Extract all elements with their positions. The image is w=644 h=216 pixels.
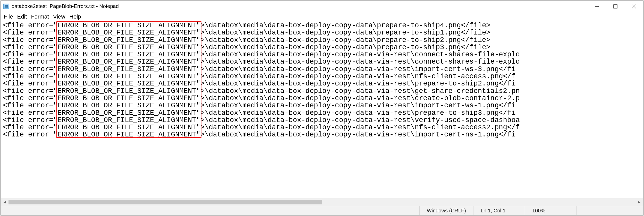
error-code: ERROR_BLOB_OR_FILE_SIZE_ALIGNMENT" [57,44,200,51]
notepad-icon [3,4,9,9]
line-path: >\databox\media\data-box-deploy-copy-dat… [200,21,490,29]
error-code: ERROR_BLOB_OR_FILE_SIZE_ALIGNMENT" [57,131,200,138]
maximize-icon [613,4,618,9]
text-line: <file error="ERROR_BLOB_OR_FILE_SIZE_ALI… [3,66,643,73]
error-code: ERROR_BLOB_OR_FILE_SIZE_ALIGNMENT" [57,51,200,58]
line-path: >\databox\media\data-box-deploy-copy-dat… [200,109,516,117]
close-button[interactable] [625,1,643,12]
window-title: databoxe2etest_PageBlob-Errors.txt - Not… [12,3,119,9]
line-path: >\databox\media\data-box-deploy-copy-dat… [200,123,520,131]
line-prefix: <file error=" [3,29,57,37]
minimize-button[interactable] [588,1,606,12]
line-path: >\databox\media\data-box-deploy-copy-dat… [200,29,490,37]
line-path: >\databox\media\data-box-deploy-copy-dat… [200,43,490,51]
line-prefix: <file error=" [3,116,57,124]
text-line: <file error="ERROR_BLOB_OR_FILE_SIZE_ALI… [3,80,643,87]
notepad-window: databoxe2etest_PageBlob-Errors.txt - Not… [1,1,643,215]
line-prefix: <file error=" [3,94,57,102]
scroll-left-arrow-icon[interactable]: ◄ [1,198,9,206]
error-code: ERROR_BLOB_OR_FILE_SIZE_ALIGNMENT" [57,73,200,80]
error-code: ERROR_BLOB_OR_FILE_SIZE_ALIGNMENT" [57,124,200,131]
line-path: >\databox\media\data-box-deploy-copy-dat… [200,101,516,109]
line-prefix: <file error=" [3,65,57,73]
error-code: ERROR_BLOB_OR_FILE_SIZE_ALIGNMENT" [57,22,200,29]
text-editor[interactable]: <file error="ERROR_BLOB_OR_FILE_SIZE_ALI… [1,21,643,198]
line-path: >\databox\media\data-box-deploy-copy-dat… [200,87,520,95]
text-line: <file error="ERROR_BLOB_OR_FILE_SIZE_ALI… [3,29,643,36]
scroll-track[interactable] [9,200,635,204]
line-prefix: <file error=" [3,123,57,131]
scroll-right-arrow-icon[interactable]: ► [635,198,643,206]
error-code: ERROR_BLOB_OR_FILE_SIZE_ALIGNMENT" [57,58,200,65]
menu-file[interactable]: File [2,13,14,21]
text-line: <file error="ERROR_BLOB_OR_FILE_SIZE_ALI… [3,102,643,109]
line-prefix: <file error=" [3,72,57,80]
error-code: ERROR_BLOB_OR_FILE_SIZE_ALIGNMENT" [57,37,200,44]
error-code: ERROR_BLOB_OR_FILE_SIZE_ALIGNMENT" [57,80,200,87]
editor-area: <file error="ERROR_BLOB_OR_FILE_SIZE_ALI… [1,21,643,206]
line-prefix: <file error=" [3,87,57,95]
text-line: <file error="ERROR_BLOB_OR_FILE_SIZE_ALI… [3,37,643,44]
text-line: <file error="ERROR_BLOB_OR_FILE_SIZE_ALI… [3,131,643,138]
statusbar: Windows (CRLF) Ln 1, Col 1 100% [1,206,643,215]
line-prefix: <file error=" [3,21,57,29]
line-prefix: <file error=" [3,58,57,66]
line-path: >\databox\media\data-box-deploy-copy-dat… [200,72,516,80]
error-code: ERROR_BLOB_OR_FILE_SIZE_ALIGNMENT" [57,29,200,36]
text-line: <file error="ERROR_BLOB_OR_FILE_SIZE_ALI… [3,124,643,131]
line-prefix: <file error=" [3,80,57,88]
line-path: >\databox\media\data-box-deploy-copy-dat… [200,116,520,124]
line-path: >\databox\media\data-box-deploy-copy-dat… [200,58,520,66]
text-line: <file error="ERROR_BLOB_OR_FILE_SIZE_ALI… [3,22,643,29]
error-code: ERROR_BLOB_OR_FILE_SIZE_ALIGNMENT" [57,102,200,109]
horizontal-scrollbar[interactable]: ◄ ► [1,198,643,206]
line-prefix: <file error=" [3,109,57,117]
line-path: >\databox\media\data-box-deploy-copy-dat… [200,80,516,88]
menu-help[interactable]: Help [68,13,82,21]
line-prefix: <file error=" [3,36,57,44]
text-line: <file error="ERROR_BLOB_OR_FILE_SIZE_ALI… [3,95,643,102]
line-path: >\databox\media\data-box-deploy-copy-dat… [200,94,520,102]
line-prefix: <file error=" [3,43,57,51]
close-icon [632,4,636,9]
line-prefix: <file error=" [3,131,57,139]
text-line: <file error="ERROR_BLOB_OR_FILE_SIZE_ALI… [3,58,643,65]
titlebar[interactable]: databoxe2etest_PageBlob-Errors.txt - Not… [1,1,643,12]
maximize-button[interactable] [606,1,625,12]
menubar: File Edit Format View Help [1,12,643,21]
text-line: <file error="ERROR_BLOB_OR_FILE_SIZE_ALI… [3,117,643,124]
text-line: <file error="ERROR_BLOB_OR_FILE_SIZE_ALI… [3,73,643,80]
menu-edit[interactable]: Edit [15,13,28,21]
status-zoom: 100% [525,206,576,215]
text-line: <file error="ERROR_BLOB_OR_FILE_SIZE_ALI… [3,44,643,51]
error-code: ERROR_BLOB_OR_FILE_SIZE_ALIGNMENT" [57,95,200,102]
text-line: <file error="ERROR_BLOB_OR_FILE_SIZE_ALI… [3,109,643,117]
svg-rect-1 [614,5,617,8]
line-path: >\databox\media\data-box-deploy-copy-dat… [200,50,520,58]
line-path: >\databox\media\data-box-deploy-copy-dat… [200,131,516,139]
status-position: Ln 1, Col 1 [473,206,525,215]
line-prefix: <file error=" [3,101,57,109]
text-line: <file error="ERROR_BLOB_OR_FILE_SIZE_ALI… [3,88,643,95]
line-path: >\databox\media\data-box-deploy-copy-dat… [200,36,490,44]
minimize-icon [595,4,599,9]
error-code: ERROR_BLOB_OR_FILE_SIZE_ALIGNMENT" [57,117,200,124]
menu-view[interactable]: View [52,13,67,21]
text-line: <file error="ERROR_BLOB_OR_FILE_SIZE_ALI… [3,51,643,58]
window-controls [588,1,643,12]
error-code: ERROR_BLOB_OR_FILE_SIZE_ALIGNMENT" [57,66,200,73]
status-encoding: Windows (CRLF) [419,206,473,215]
scroll-thumb[interactable] [9,200,322,204]
menu-format[interactable]: Format [29,13,50,21]
line-prefix: <file error=" [3,50,57,58]
status-empty [576,206,643,215]
line-path: >\databox\media\data-box-deploy-copy-dat… [200,65,516,73]
error-code: ERROR_BLOB_OR_FILE_SIZE_ALIGNMENT" [57,88,200,95]
error-code: ERROR_BLOB_OR_FILE_SIZE_ALIGNMENT" [57,109,200,117]
